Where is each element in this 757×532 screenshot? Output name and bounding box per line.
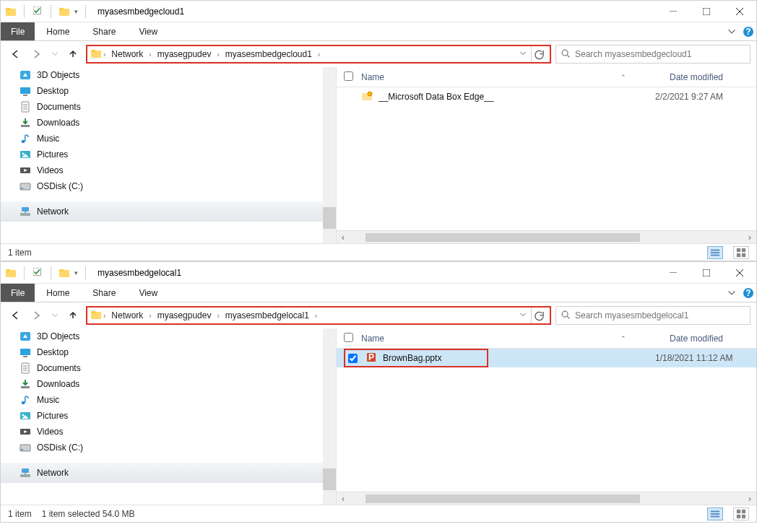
sidebar-item-desktop[interactable]: Desktop: [1, 344, 336, 360]
titlebar[interactable]: ▾ myasesmbedgelocal1: [1, 262, 756, 284]
file-row[interactable]: __Microsoft Data Box Edge__ 2/2/2021 9:2…: [337, 87, 756, 106]
sidebar-item-desktop[interactable]: Desktop: [1, 83, 336, 99]
close-button[interactable]: [723, 1, 756, 22]
scroll-right-icon[interactable]: ›: [743, 492, 756, 505]
sidebar-scrollbar[interactable]: [323, 67, 336, 243]
sidebar-item-music[interactable]: Music: [1, 131, 336, 147]
name-column[interactable]: Name: [361, 333, 384, 344]
date-column[interactable]: Date modified: [670, 72, 756, 82]
sidebar-item-documents[interactable]: Documents: [1, 360, 336, 376]
search-placeholder: Search myasesmbedgecloud1: [575, 49, 691, 59]
sidebar-item-3d[interactable]: 3D Objects: [1, 328, 336, 344]
up-button[interactable]: [64, 307, 82, 324]
sidebar-item-videos[interactable]: Videos: [1, 424, 336, 440]
select-all-checkbox[interactable]: [344, 333, 353, 342]
sidebar-item-downloads[interactable]: Downloads: [1, 115, 336, 131]
column-headers[interactable]: Name⌃ Date modified: [337, 67, 756, 87]
downloads-icon: [20, 117, 31, 128]
address-dropdown-icon[interactable]: [516, 310, 529, 321]
refresh-button[interactable]: [531, 46, 547, 62]
sidebar-item-disk[interactable]: OSDisk (C:): [1, 178, 336, 194]
maximize-button[interactable]: [690, 1, 723, 22]
file-tab[interactable]: File: [1, 22, 35, 40]
sidebar-item-network[interactable]: Network: [1, 463, 336, 483]
recent-dropdown-icon[interactable]: [50, 45, 60, 63]
file-list: Name⌃ Date modified __Microsoft Data Box…: [336, 67, 756, 243]
search-box[interactable]: Search myasesmbedgecloud1: [555, 45, 750, 64]
help-icon[interactable]: [740, 22, 756, 40]
breadcrumb-item[interactable]: Network: [107, 46, 147, 62]
maximize-button[interactable]: [690, 262, 723, 284]
large-icons-view-button[interactable]: [733, 507, 749, 520]
ribbon-tab-share[interactable]: Share: [81, 284, 127, 302]
close-button[interactable]: [723, 262, 756, 284]
ribbon-tab-home[interactable]: Home: [35, 284, 81, 302]
scroll-left-icon[interactable]: ‹: [337, 231, 350, 244]
ribbon-collapse-icon[interactable]: [723, 284, 740, 302]
forward-button[interactable]: [28, 45, 46, 63]
sidebar-item-3d[interactable]: 3D Objects: [1, 67, 336, 83]
breadcrumb-item[interactable]: myasesmbedgelocal1: [221, 308, 313, 323]
details-view-button[interactable]: [707, 246, 723, 259]
sidebar-item-disk[interactable]: OSDisk (C:): [1, 440, 336, 455]
minimize-button[interactable]: [657, 262, 690, 284]
details-view-button[interactable]: [707, 507, 723, 520]
sidebar-item-videos[interactable]: Videos: [1, 162, 336, 178]
sidebar-item-pictures[interactable]: Pictures: [1, 408, 336, 424]
sidebar-item-network[interactable]: Network: [1, 201, 336, 222]
file-name-cell[interactable]: BrownBag.pptx: [365, 352, 484, 365]
back-button[interactable]: [7, 307, 24, 324]
ribbon-tab-view[interactable]: View: [127, 22, 169, 40]
qat-dropdown-icon[interactable]: ▾: [74, 8, 78, 15]
row-checkbox[interactable]: [348, 354, 365, 363]
ribbon-collapse-icon[interactable]: [723, 22, 740, 40]
back-button[interactable]: [7, 45, 24, 63]
horizontal-scrollbar[interactable]: ‹ ›: [337, 230, 756, 243]
quick-check-icon[interactable]: [32, 6, 43, 17]
breadcrumb-item[interactable]: myasegpudev: [153, 46, 216, 62]
file-tab[interactable]: File: [1, 284, 35, 302]
sidebar-item-pictures[interactable]: Pictures: [1, 147, 336, 162]
ribbon: File HomeShareView: [1, 22, 756, 41]
up-button[interactable]: [64, 45, 82, 63]
select-all-checkbox[interactable]: [344, 71, 353, 81]
sidebar-item-music[interactable]: Music: [1, 392, 336, 408]
navigation-pane[interactable]: 3D Objects Desktop Documents Downloads M…: [1, 67, 336, 222]
minimize-button[interactable]: [657, 1, 690, 22]
item-count: 1 item: [8, 248, 32, 258]
breadcrumb-item[interactable]: myasegpudev: [153, 308, 216, 323]
sidebar-item-label: Downloads: [37, 379, 79, 389]
horizontal-scrollbar[interactable]: ‹ ›: [337, 492, 756, 505]
ribbon-tab-view[interactable]: View: [127, 284, 169, 302]
search-box[interactable]: Search myasesmbedgelocal1: [555, 306, 750, 325]
scrollbar-thumb[interactable]: [365, 233, 640, 242]
large-icons-view-button[interactable]: [733, 246, 749, 259]
refresh-button[interactable]: [531, 308, 547, 323]
scroll-right-icon[interactable]: ›: [743, 231, 756, 244]
help-icon[interactable]: [740, 284, 756, 302]
titlebar[interactable]: ▾ myasesmbedgecloud1: [1, 1, 756, 22]
file-row[interactable]: BrownBag.pptx 1/18/2021 11:12 AM: [337, 349, 756, 367]
breadcrumb-item[interactable]: Network: [107, 308, 147, 323]
qat-dropdown-icon[interactable]: ▾: [74, 269, 78, 276]
scrollbar-thumb[interactable]: [365, 494, 640, 503]
recent-dropdown-icon[interactable]: [50, 307, 60, 324]
navigation-pane[interactable]: 3D Objects Desktop Documents Downloads M…: [1, 328, 336, 483]
sidebar-scrollbar[interactable]: [323, 328, 336, 505]
sidebar-item-documents[interactable]: Documents: [1, 99, 336, 115]
date-column[interactable]: Date modified: [670, 333, 756, 344]
address-bar[interactable]: › Network › myasegpudev › myasesmbedgecl…: [86, 45, 551, 64]
scroll-left-icon[interactable]: ‹: [337, 492, 350, 505]
ribbon-tab-home[interactable]: Home: [35, 22, 81, 40]
breadcrumb-item[interactable]: myasesmbedgecloud1: [221, 46, 316, 62]
address-dropdown-icon[interactable]: [516, 49, 529, 60]
address-bar[interactable]: › Network › myasegpudev › myasesmbedgelo…: [86, 306, 551, 325]
column-headers[interactable]: Name⌃ Date modified: [337, 328, 756, 349]
quick-check-icon[interactable]: [32, 267, 43, 279]
sidebar-item-downloads[interactable]: Downloads: [1, 376, 336, 392]
ribbon-tab-share[interactable]: Share: [81, 22, 127, 40]
forward-button[interactable]: [28, 307, 46, 324]
name-column[interactable]: Name: [361, 72, 384, 82]
desktop-icon: [20, 346, 31, 358]
file-name-cell[interactable]: __Microsoft Data Box Edge__: [361, 90, 500, 104]
